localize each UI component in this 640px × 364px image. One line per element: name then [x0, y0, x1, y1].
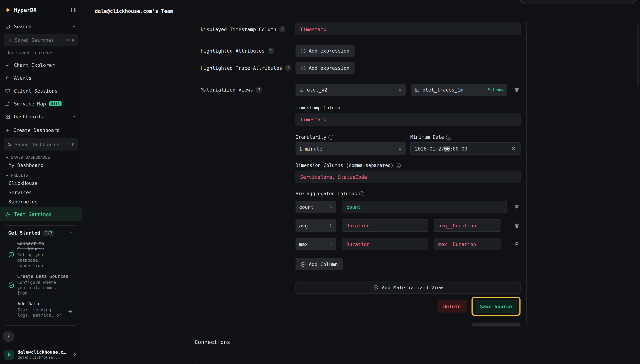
- mv-timestamp-input[interactable]: Timestamp: [296, 113, 520, 126]
- help-icon[interactable]: ?: [256, 86, 262, 93]
- grid-icon: [5, 114, 10, 119]
- granularity-select[interactable]: 1 minute: [296, 142, 406, 155]
- beta-badge: BETA: [50, 101, 62, 106]
- saved-searches-input[interactable]: Saved Searches ⌘ K: [4, 34, 78, 46]
- delete-column-button[interactable]: [513, 203, 520, 210]
- schema-link[interactable]: Schema: [488, 87, 503, 92]
- time-rest: :00:00: [450, 146, 467, 152]
- collapse-sidebar-icon[interactable]: [71, 7, 77, 13]
- step-desc: Configure where your data comes from: [17, 280, 63, 296]
- timestamp-column-label: Timestamp Column: [296, 105, 520, 110]
- help-icon[interactable]: ?: [279, 26, 286, 32]
- progress-badge: 2/3: [43, 230, 55, 236]
- user-menu[interactable]: D dale@clickhouse.c… dale@clickhouse.c…: [0, 345, 82, 364]
- sidebar-item-client-sessions[interactable]: Client Sessions: [0, 84, 82, 97]
- sidebar-item-chart-explorer[interactable]: Chart Explorer: [0, 59, 82, 72]
- sidebar-item-service-map[interactable]: Service Map BETA: [0, 97, 82, 110]
- search-icon: [7, 142, 12, 147]
- help-icon[interactable]: ?: [268, 48, 274, 54]
- database-select[interactable]: otel_v2: [296, 84, 406, 96]
- check-circle-icon: [8, 241, 14, 268]
- save-source-button[interactable]: Save Source: [474, 300, 517, 312]
- sidebar-item-team-settings[interactable]: Team Settings: [0, 208, 82, 221]
- sidebar-item-my-dashboard[interactable]: My Dashboard: [0, 160, 82, 170]
- info-icon[interactable]: i: [396, 163, 401, 168]
- preaggregated-columns-label: Pre-aggregated Columns i: [296, 191, 520, 196]
- app-root: HyperDX Search Saved Searches ⌘ K No sav…: [0, 0, 640, 364]
- add-column-button[interactable]: Add Column: [296, 258, 343, 270]
- hyperdx-logo-icon: [5, 7, 11, 13]
- aggregation-fn-select[interactable]: avg: [296, 219, 336, 232]
- alias-input[interactable]: avg__Duration: [434, 219, 500, 232]
- step-spacer: [8, 301, 15, 318]
- floating-overlay[interactable]: [519, 0, 637, 4]
- presets-group[interactable]: PRESETS: [0, 170, 82, 178]
- hour-segment-selected[interactable]: 00: [444, 146, 450, 152]
- add-expression-button[interactable]: Add expression: [296, 45, 355, 57]
- scrollbar-thumb[interactable]: [637, 25, 639, 86]
- aggregation-fn-select[interactable]: count: [296, 200, 336, 213]
- expression-input[interactable]: count: [342, 200, 507, 213]
- step-desc: Start sending logs, metrics, or: [18, 308, 63, 318]
- materialized-view-form: Timestamp Column Timestamp Granularity i: [296, 105, 520, 294]
- info-icon[interactable]: i: [328, 134, 333, 140]
- sidebar-item-label: Alerts: [14, 75, 32, 81]
- delete-materialized-view-button[interactable]: [513, 86, 520, 93]
- chevron-up-icon: [72, 24, 77, 29]
- get-started-step-add-data[interactable]: Add Data Start sending logs, metrics, or: [8, 301, 73, 318]
- info-icon[interactable]: i: [359, 191, 364, 196]
- input-value: Duration: [346, 241, 370, 247]
- brand-name: HyperDX: [14, 7, 37, 13]
- dashboard-link-label: My Dashboard: [9, 162, 44, 168]
- trash-icon: [514, 222, 520, 228]
- add-source-button[interactable]: Add source: [472, 322, 520, 326]
- aggregation-fn-select[interactable]: max: [296, 238, 336, 250]
- sidebar-item-preset-kubernetes[interactable]: Kubernetes: [0, 197, 82, 206]
- preagg-row: max Duration max__Duration: [296, 238, 520, 250]
- brand-row: HyperDX: [0, 0, 82, 20]
- sidebar-item-preset-clickhouse[interactable]: ClickHouse: [0, 178, 82, 188]
- create-dashboard-button[interactable]: Create Dashboard: [0, 123, 82, 137]
- user-name: dale@clickhouse.c…: [18, 349, 66, 355]
- field-label: Displayed Timestamp Column: [201, 26, 276, 32]
- clear-date-icon[interactable]: [511, 146, 516, 151]
- chevron-right-icon: [73, 352, 77, 357]
- monitor-icon: [5, 88, 10, 94]
- get-started-step-connect[interactable]: Connect to ClickHouse Set up your databa…: [8, 241, 73, 268]
- expression-input[interactable]: Duration: [342, 219, 428, 232]
- bell-icon: [5, 75, 10, 81]
- sidebar-item-preset-services[interactable]: Services: [0, 188, 82, 197]
- delete-column-button[interactable]: [513, 222, 520, 229]
- saved-dashboards-group[interactable]: SAVED DASHBOARDS: [0, 152, 82, 160]
- check-circle-icon: [8, 274, 14, 296]
- select-value: avg: [299, 222, 308, 228]
- chevrons-updown-icon: [329, 242, 333, 246]
- sidebar-item-alerts[interactable]: Alerts: [0, 72, 82, 84]
- delete-source-button[interactable]: Delete: [437, 300, 466, 312]
- add-expression-button[interactable]: Add expression: [296, 62, 355, 74]
- dimension-columns-input[interactable]: ServiceName, StatusCode: [296, 170, 520, 183]
- get-started-step-sources[interactable]: Create Data Sources Configure where your…: [8, 274, 73, 296]
- sidebar-item-dashboards[interactable]: Dashboards: [0, 110, 82, 123]
- highlight-ring: Save Source: [471, 297, 520, 316]
- saved-dashboards-input[interactable]: Saved Dashboards ⌘ K: [4, 138, 78, 150]
- help-button[interactable]: ?: [3, 331, 14, 342]
- add-materialized-view-button[interactable]: Add Materialized View: [296, 281, 520, 294]
- get-started-header[interactable]: Get Started 2/3: [8, 230, 73, 236]
- expression-input[interactable]: Duration: [342, 238, 428, 250]
- chevrons-updown-icon: [398, 87, 402, 92]
- sidebar-item-search[interactable]: Search: [0, 20, 82, 33]
- delete-column-button[interactable]: [513, 240, 520, 248]
- input-value: max__Duration: [438, 241, 476, 247]
- field-label: Highlighted Trace Attributes: [201, 65, 282, 71]
- field-displayed-timestamp: Displayed Timestamp Column ? Timestamp: [201, 23, 520, 36]
- displayed-timestamp-input[interactable]: Timestamp: [296, 23, 520, 36]
- info-icon[interactable]: i: [446, 134, 451, 140]
- minimum-date-input[interactable]: 2026-01-27 00:00:00: [410, 142, 520, 155]
- table-select[interactable]: otel_traces_1m Schema: [411, 84, 507, 96]
- help-icon[interactable]: ?: [285, 65, 291, 71]
- group-label-text: PRESETS: [11, 173, 28, 177]
- preset-label: Services: [9, 190, 32, 195]
- main-area: dale@clickhouse.com's Team Displayed Tim…: [82, 0, 640, 364]
- alias-input[interactable]: max__Duration: [434, 238, 500, 250]
